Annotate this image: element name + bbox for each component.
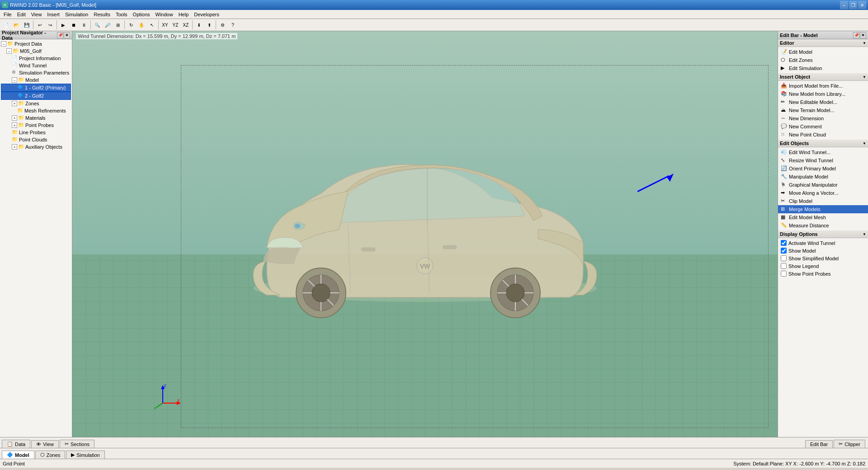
- menu-options[interactable]: Options: [130, 11, 153, 18]
- right-panel-pin-btn[interactable]: 📌: [853, 32, 859, 38]
- tree-golf2-primary[interactable]: 🔷 1 - Golf2 (Primary): [1, 84, 71, 92]
- toolbar-open[interactable]: 📂: [11, 20, 21, 30]
- tab-clipper[interactable]: ✂ Clipper: [834, 440, 865, 448]
- expander-model[interactable]: –: [12, 77, 17, 83]
- show-simplified-model-check[interactable]: Show Simplified Model: [778, 254, 868, 262]
- menu-window[interactable]: Window: [153, 11, 176, 18]
- tree-m05-golf[interactable]: – 📁 M05_Golf: [1, 47, 71, 55]
- menu-help[interactable]: Help: [176, 11, 192, 18]
- tab-data[interactable]: 📋 Data: [2, 440, 30, 448]
- tree-materials[interactable]: + 📁 Materials: [1, 114, 71, 122]
- merge-models-item[interactable]: ⊞ Merge Models: [778, 205, 868, 213]
- toolbar-rotate[interactable]: ↻: [126, 20, 136, 30]
- move-along-vector-item[interactable]: ➡ Move Along a Vector...: [778, 189, 868, 197]
- restore-btn[interactable]: ❐: [849, 1, 857, 9]
- clip-model-item[interactable]: ✂ Clip Model: [778, 197, 868, 205]
- tab-edit-bar[interactable]: Edit Bar: [805, 440, 833, 448]
- new-editable-model-item[interactable]: ✏ New Editable Model...: [778, 98, 868, 106]
- tree-project-info[interactable]: 📄 Project Information: [1, 55, 71, 62]
- toolbar-stop[interactable]: ⏹: [69, 20, 79, 30]
- expander-m05-golf[interactable]: –: [6, 48, 12, 54]
- toolbar-export[interactable]: ⬆: [204, 20, 214, 30]
- tree-sim-params[interactable]: ⚙ Simulation Parameters: [1, 69, 71, 76]
- expander-point-probes[interactable]: +: [12, 122, 17, 128]
- menu-simulation[interactable]: Simulation: [62, 11, 91, 18]
- viewport[interactable]: Wind Tunnel Dimensions: Dx = 15.599 m, D…: [72, 31, 778, 437]
- tab-sections[interactable]: ✂ Sections: [60, 440, 94, 448]
- toolbar-view-xy[interactable]: XY: [160, 20, 170, 30]
- minimize-btn[interactable]: –: [840, 1, 848, 9]
- menu-developers[interactable]: Developers: [191, 11, 222, 18]
- measure-distance-item[interactable]: 📏 Measure Distance: [778, 221, 868, 230]
- tree-mesh-refinements[interactable]: 📁 Mesh Refinements: [1, 107, 71, 114]
- tree-golf2[interactable]: 🔷 2 - Golf2: [1, 92, 71, 100]
- activate-wind-tunnel-checkbox[interactable]: [781, 240, 787, 246]
- tree-model[interactable]: – 📁 Model: [1, 76, 71, 84]
- insert-section-header[interactable]: Insert Object ▼: [778, 73, 868, 81]
- import-model-file-item[interactable]: 📥 Import Model from File...: [778, 82, 868, 90]
- show-point-probes-checkbox[interactable]: [781, 271, 787, 277]
- edit-simulation-item[interactable]: ▶ Edit Simulation: [778, 64, 868, 72]
- tab-model[interactable]: 🔷 Model: [2, 451, 34, 459]
- toolbar-zoom-in[interactable]: 🔍: [92, 20, 102, 30]
- new-comment-item[interactable]: 💬 New Comment: [778, 122, 868, 131]
- tree-point-clouds[interactable]: 📁 Point Clouds: [1, 136, 71, 143]
- edit-objects-section-arrow[interactable]: ▼: [863, 141, 866, 146]
- tree-point-probes[interactable]: + 📁 Point Probes: [1, 122, 71, 129]
- toolbar-select[interactable]: ↖: [147, 20, 157, 30]
- editor-section-header[interactable]: Editor ▼: [778, 39, 868, 47]
- menu-file[interactable]: File: [1, 11, 14, 18]
- right-panel-close-btn[interactable]: ✕: [860, 32, 866, 38]
- toolbar-redo[interactable]: ↪: [45, 20, 55, 30]
- show-model-check[interactable]: Show Model: [778, 247, 868, 254]
- display-options-arrow[interactable]: ▼: [863, 232, 866, 236]
- toolbar-settings[interactable]: ⚙: [217, 20, 227, 30]
- tree-project-data[interactable]: – 📁 Project Data: [1, 40, 71, 47]
- edit-wind-tunnel-item[interactable]: 💨 Edit Wind Tunnel...: [778, 148, 868, 156]
- toolbar-fit[interactable]: ⊞: [113, 20, 123, 30]
- new-dimension-item[interactable]: ↔ New Dimension: [778, 114, 868, 122]
- resize-wind-tunnel-item[interactable]: ⤡ Resize Wind Tunnel: [778, 156, 868, 164]
- toolbar-new[interactable]: 📄: [1, 20, 11, 30]
- toolbar-run[interactable]: ▶: [58, 20, 68, 30]
- manipulate-model-item[interactable]: 🔧 Manipulate Model: [778, 173, 868, 181]
- new-model-library-item[interactable]: 📚 New Model from Library...: [778, 90, 868, 98]
- close-btn[interactable]: ✕: [858, 1, 866, 9]
- menu-insert[interactable]: Insert: [44, 11, 62, 18]
- new-point-cloud-item[interactable]: ⁙ New Point Cloud: [778, 131, 868, 139]
- toolbar-zoom-out[interactable]: 🔎: [103, 20, 113, 30]
- edit-model-mesh-item[interactable]: ▦ Edit Model Mesh: [778, 213, 868, 221]
- tree-auxiliary-objects[interactable]: + 📁 Auxiliary Objects: [1, 143, 71, 150]
- tree-zones[interactable]: + 📁 Zones: [1, 100, 71, 107]
- toolbar-view-xz[interactable]: XZ: [181, 20, 191, 30]
- edit-objects-section-header[interactable]: Edit Objects ▼: [778, 140, 868, 147]
- show-legend-checkbox[interactable]: [781, 263, 787, 269]
- menu-results[interactable]: Results: [91, 11, 113, 18]
- show-simplified-model-checkbox[interactable]: [781, 255, 787, 261]
- toolbar-help2[interactable]: ?: [228, 20, 238, 30]
- show-model-checkbox[interactable]: [781, 248, 787, 254]
- expander-zones[interactable]: +: [12, 101, 17, 106]
- menu-view[interactable]: View: [28, 11, 45, 18]
- toolbar-undo[interactable]: ↩: [35, 20, 45, 30]
- tree-wind-tunnel[interactable]: 📄 Wind Tunnel: [1, 62, 71, 69]
- toolbar-save[interactable]: 💾: [22, 20, 32, 30]
- tab-simulation[interactable]: ▶ Simulation: [66, 451, 104, 459]
- expander-project-data[interactable]: –: [1, 41, 6, 47]
- graphical-manipulator-item[interactable]: 🖱 Graphical Manipulator: [778, 181, 868, 189]
- toolbar-view-yz[interactable]: YZ: [170, 20, 180, 30]
- menu-edit[interactable]: Edit: [14, 11, 28, 18]
- show-legend-check[interactable]: Show Legend: [778, 262, 868, 270]
- insert-section-arrow[interactable]: ▼: [863, 75, 866, 79]
- orient-primary-model-item[interactable]: 🔄 Orient Primary Model: [778, 164, 868, 173]
- activate-wind-tunnel-check[interactable]: Activate Wind Tunnel: [778, 239, 868, 247]
- expander-aux[interactable]: +: [12, 144, 17, 150]
- toolbar-import[interactable]: ⬇: [194, 20, 204, 30]
- toolbar-pause[interactable]: ⏸: [79, 20, 89, 30]
- tab-zones[interactable]: ⬡ Zones: [35, 451, 66, 459]
- toolbar-pan[interactable]: ✋: [137, 20, 146, 30]
- panel-close-btn[interactable]: ✕: [64, 32, 70, 38]
- edit-model-item[interactable]: 📝 Edit Model: [778, 48, 868, 56]
- panel-pin-btn[interactable]: 📌: [57, 32, 63, 38]
- edit-zones-item[interactable]: ⬡ Edit Zones: [778, 56, 868, 64]
